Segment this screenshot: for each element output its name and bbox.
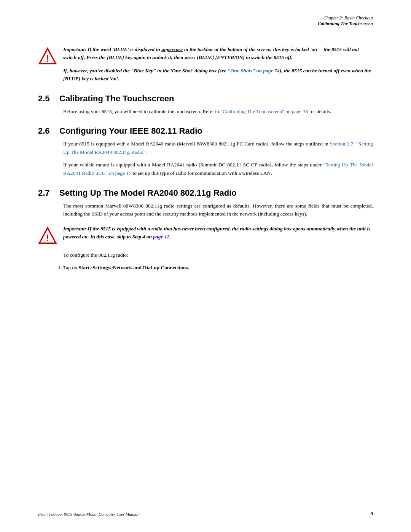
warning-icon-2: ! [38,227,57,246]
warning-2-text-container: Important: If the 8515 is equipped with … [63,225,373,241]
section-26-title: Configuring Your IEEE 802.11 Radio [59,126,202,136]
step-1: Tap on Start>Settings>Network and Dial-u… [63,264,373,272]
section-27-link[interactable]: Section 2.7: "Setting Up The Model RA204… [63,141,373,155]
footer-manual: Psion Teklogix 8515 Vehicle-Mount Comput… [38,512,139,516]
calibrating-link[interactable]: Calibrating The Touchscreen" on page 38 [223,109,308,114]
warning-box-1: ! Important: If the word 'BLUE' is displ… [38,46,373,83]
section-26-para2: If your vehicle-mount is equipped with a… [63,161,373,177]
section-25-heading: 2.5 Calibrating The Touchscreen [38,94,373,104]
page-content: ! Important: If the word 'BLUE' is displ… [38,46,373,272]
steps-list: Tap on Start>Settings>Network and Dial-u… [63,264,373,272]
warning-main-text: Important: If the word 'BLUE' is display… [63,46,373,62]
one-shots-link[interactable]: "One Shots" on page 74 [228,68,280,73]
warning-icon-1: ! [38,47,57,66]
section-26-para1: If your 8515 is equipped with a Model RA… [63,140,373,156]
section-27-number: 2.7 [38,188,53,198]
ra2041-link[interactable]: Setting Up The Model RA2041 Radio SCU" o… [63,162,373,176]
never-underline: never [182,226,194,232]
svg-text:!: ! [46,54,49,64]
header-section: Calibrating The Touchscreen [318,21,373,27]
section-27-heading: 2.7 Setting Up The Model RA2040 802.11g … [38,188,373,198]
page-header: Chapter 2: Basic Checkout Calibrating Th… [318,15,373,27]
svg-text:!: ! [46,233,49,243]
header-chapter: Chapter 2: Basic Checkout [318,15,373,21]
step-1-bold: Start>Settings>Network and Dial-up Conne… [78,265,189,270]
warning-box-2: ! Important: If the 8515 is equipped wit… [38,225,373,246]
warning-secondary-text: If, however, you've disabled the "Blue K… [63,67,373,83]
footer-page: 9 [371,511,373,517]
section-25-number: 2.5 [38,94,53,104]
warning-text-container-1: Important: If the word 'BLUE' is display… [63,46,373,83]
section-25-title: Calibrating The Touchscreen [59,94,174,104]
section-25-body: Before using your 8515, you will need to… [63,107,373,116]
section-27-para1: The most common Marvell-88W8300 802.11g … [63,202,373,218]
page-11-link[interactable]: page 11 [153,234,169,240]
section-26-number: 2.6 [38,126,53,136]
section-26-heading: 2.6 Configuring Your IEEE 802.11 Radio [38,126,373,136]
underline-uppercase: uppercase [161,46,183,52]
page-footer: Psion Teklogix 8515 Vehicle-Mount Comput… [38,511,373,517]
page: Chapter 2: Basic Checkout Calibrating Th… [0,0,411,532]
configure-intro: To configure the 802.11g radio: [63,251,373,259]
section-27-title: Setting Up The Model RA2040 802.11g Radi… [59,188,237,198]
